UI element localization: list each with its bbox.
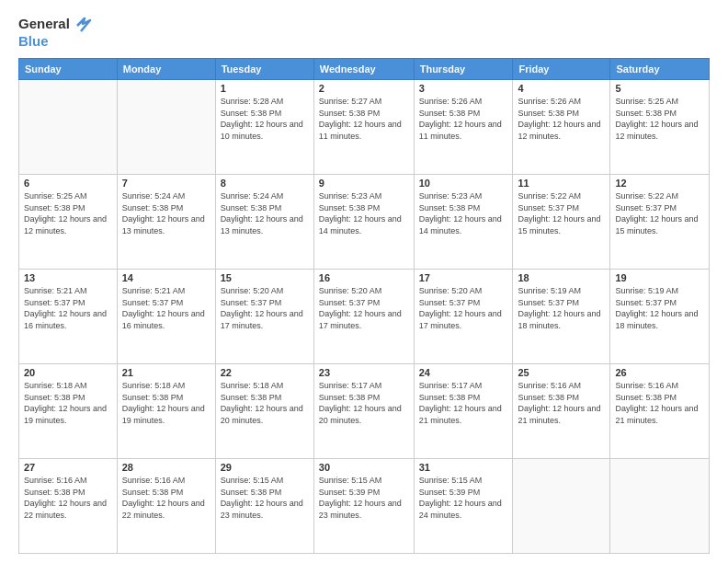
weekday-header-row: SundayMondayTuesdayWednesdayThursdayFrid… [19, 59, 710, 80]
calendar-cell: 29Sunrise: 5:15 AM Sunset: 5:38 PM Dayli… [215, 459, 313, 554]
calendar-cell: 31Sunrise: 5:15 AM Sunset: 5:39 PM Dayli… [414, 459, 513, 554]
calendar-cell [513, 459, 610, 554]
day-info: Sunrise: 5:25 AM Sunset: 5:38 PM Dayligh… [615, 96, 704, 142]
logo-bird-icon [72, 15, 92, 33]
day-number: 27 [24, 462, 112, 473]
weekday-header-friday: Friday [513, 59, 610, 80]
day-number: 6 [24, 178, 112, 189]
day-info: Sunrise: 5:20 AM Sunset: 5:37 PM Dayligh… [319, 285, 409, 331]
day-info: Sunrise: 5:26 AM Sunset: 5:38 PM Dayligh… [518, 96, 605, 142]
day-info: Sunrise: 5:19 AM Sunset: 5:37 PM Dayligh… [615, 285, 704, 331]
day-info: Sunrise: 5:16 AM Sunset: 5:38 PM Dayligh… [24, 475, 112, 521]
day-number: 10 [419, 178, 508, 189]
weekday-header-thursday: Thursday [414, 59, 513, 80]
day-info: Sunrise: 5:21 AM Sunset: 5:37 PM Dayligh… [122, 285, 210, 331]
logo: General Blue [18, 15, 92, 49]
day-info: Sunrise: 5:15 AM Sunset: 5:38 PM Dayligh… [221, 475, 309, 521]
calendar-cell: 15Sunrise: 5:20 AM Sunset: 5:37 PM Dayli… [215, 270, 313, 364]
day-info: Sunrise: 5:19 AM Sunset: 5:37 PM Dayligh… [518, 285, 605, 331]
day-number: 15 [221, 272, 309, 283]
day-number: 20 [24, 367, 112, 378]
calendar-cell: 18Sunrise: 5:19 AM Sunset: 5:37 PM Dayli… [513, 270, 610, 364]
day-number: 13 [24, 272, 112, 283]
day-number: 28 [122, 462, 210, 473]
day-number: 17 [419, 272, 508, 283]
calendar-cell: 6Sunrise: 5:25 AM Sunset: 5:38 PM Daylig… [19, 175, 118, 270]
week-row-2: 13Sunrise: 5:21 AM Sunset: 5:37 PM Dayli… [19, 270, 710, 364]
day-info: Sunrise: 5:22 AM Sunset: 5:37 PM Dayligh… [615, 190, 704, 236]
week-row-4: 27Sunrise: 5:16 AM Sunset: 5:38 PM Dayli… [19, 459, 710, 554]
weekday-header-monday: Monday [117, 59, 215, 80]
calendar-cell: 16Sunrise: 5:20 AM Sunset: 5:37 PM Dayli… [313, 270, 414, 364]
week-row-0: 1Sunrise: 5:28 AM Sunset: 5:38 PM Daylig… [19, 80, 710, 175]
calendar-cell: 25Sunrise: 5:16 AM Sunset: 5:38 PM Dayli… [513, 364, 610, 459]
calendar-cell: 22Sunrise: 5:18 AM Sunset: 5:38 PM Dayli… [215, 364, 313, 459]
day-number: 2 [319, 83, 409, 94]
day-number: 11 [518, 178, 605, 189]
logo-blue-text: Blue [18, 33, 92, 49]
calendar-cell: 7Sunrise: 5:24 AM Sunset: 5:38 PM Daylig… [117, 175, 215, 270]
day-number: 23 [319, 367, 409, 378]
calendar-cell: 9Sunrise: 5:23 AM Sunset: 5:38 PM Daylig… [313, 175, 414, 270]
day-number: 8 [221, 178, 309, 189]
calendar-cell [117, 80, 215, 175]
day-number: 5 [615, 83, 704, 94]
day-info: Sunrise: 5:28 AM Sunset: 5:38 PM Dayligh… [221, 96, 309, 142]
calendar-cell: 17Sunrise: 5:20 AM Sunset: 5:37 PM Dayli… [414, 270, 513, 364]
calendar-cell: 10Sunrise: 5:23 AM Sunset: 5:38 PM Dayli… [414, 175, 513, 270]
calendar-table: SundayMondayTuesdayWednesdayThursdayFrid… [18, 58, 710, 554]
week-row-1: 6Sunrise: 5:25 AM Sunset: 5:38 PM Daylig… [19, 175, 710, 270]
calendar-cell: 11Sunrise: 5:22 AM Sunset: 5:37 PM Dayli… [513, 175, 610, 270]
calendar-cell: 1Sunrise: 5:28 AM Sunset: 5:38 PM Daylig… [215, 80, 313, 175]
weekday-header-wednesday: Wednesday [313, 59, 414, 80]
weekday-header-tuesday: Tuesday [215, 59, 313, 80]
calendar-cell: 5Sunrise: 5:25 AM Sunset: 5:38 PM Daylig… [610, 80, 710, 175]
day-info: Sunrise: 5:16 AM Sunset: 5:38 PM Dayligh… [518, 380, 605, 426]
day-number: 7 [122, 178, 210, 189]
day-info: Sunrise: 5:15 AM Sunset: 5:39 PM Dayligh… [419, 475, 508, 521]
calendar-cell [19, 80, 118, 175]
calendar-cell: 19Sunrise: 5:19 AM Sunset: 5:37 PM Dayli… [610, 270, 710, 364]
logo-general-text: General [18, 16, 70, 31]
day-info: Sunrise: 5:21 AM Sunset: 5:37 PM Dayligh… [24, 285, 112, 331]
day-info: Sunrise: 5:20 AM Sunset: 5:37 PM Dayligh… [221, 285, 309, 331]
header: General Blue [18, 15, 710, 49]
day-number: 26 [615, 367, 704, 378]
calendar-cell: 14Sunrise: 5:21 AM Sunset: 5:37 PM Dayli… [117, 270, 215, 364]
day-info: Sunrise: 5:17 AM Sunset: 5:38 PM Dayligh… [419, 380, 508, 426]
day-info: Sunrise: 5:25 AM Sunset: 5:38 PM Dayligh… [24, 190, 112, 236]
week-row-3: 20Sunrise: 5:18 AM Sunset: 5:38 PM Dayli… [19, 364, 710, 459]
day-number: 19 [615, 272, 704, 283]
day-number: 24 [419, 367, 508, 378]
calendar-cell: 4Sunrise: 5:26 AM Sunset: 5:38 PM Daylig… [513, 80, 610, 175]
calendar-cell: 26Sunrise: 5:16 AM Sunset: 5:38 PM Dayli… [610, 364, 710, 459]
day-info: Sunrise: 5:18 AM Sunset: 5:38 PM Dayligh… [24, 380, 112, 426]
day-info: Sunrise: 5:22 AM Sunset: 5:37 PM Dayligh… [518, 190, 605, 236]
day-info: Sunrise: 5:17 AM Sunset: 5:38 PM Dayligh… [319, 380, 409, 426]
day-number: 12 [615, 178, 704, 189]
calendar-cell: 20Sunrise: 5:18 AM Sunset: 5:38 PM Dayli… [19, 364, 118, 459]
logo-container: General Blue [18, 15, 92, 49]
day-number: 16 [319, 272, 409, 283]
day-number: 21 [122, 367, 210, 378]
day-number: 30 [319, 462, 409, 473]
calendar-cell: 27Sunrise: 5:16 AM Sunset: 5:38 PM Dayli… [19, 459, 118, 554]
calendar-cell [610, 459, 710, 554]
calendar-cell: 8Sunrise: 5:24 AM Sunset: 5:38 PM Daylig… [215, 175, 313, 270]
weekday-header-saturday: Saturday [610, 59, 710, 80]
day-info: Sunrise: 5:26 AM Sunset: 5:38 PM Dayligh… [419, 96, 508, 142]
calendar-cell: 13Sunrise: 5:21 AM Sunset: 5:37 PM Dayli… [19, 270, 118, 364]
calendar-cell: 30Sunrise: 5:15 AM Sunset: 5:39 PM Dayli… [313, 459, 414, 554]
day-number: 29 [221, 462, 309, 473]
day-info: Sunrise: 5:16 AM Sunset: 5:38 PM Dayligh… [615, 380, 704, 426]
day-info: Sunrise: 5:18 AM Sunset: 5:38 PM Dayligh… [122, 380, 210, 426]
day-number: 25 [518, 367, 605, 378]
day-number: 9 [319, 178, 409, 189]
day-number: 4 [518, 83, 605, 94]
day-info: Sunrise: 5:15 AM Sunset: 5:39 PM Dayligh… [319, 475, 409, 521]
day-info: Sunrise: 5:24 AM Sunset: 5:38 PM Dayligh… [221, 190, 309, 236]
calendar-cell: 3Sunrise: 5:26 AM Sunset: 5:38 PM Daylig… [414, 80, 513, 175]
weekday-header-sunday: Sunday [19, 59, 118, 80]
page: General Blue SundayMondayTuesdayWednesda… [0, 0, 728, 563]
day-info: Sunrise: 5:16 AM Sunset: 5:38 PM Dayligh… [122, 475, 210, 521]
